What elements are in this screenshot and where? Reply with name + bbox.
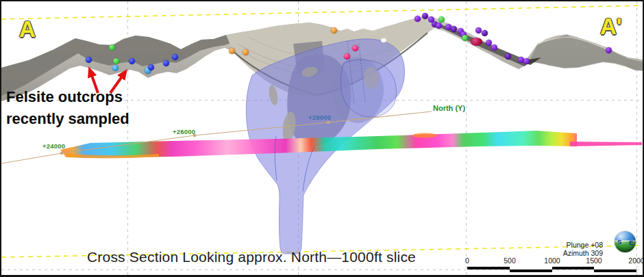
scale-tick-1000: 1000 <box>544 256 560 265</box>
view-orientation-info: Plunge +08 Azimuth 309 <box>529 241 603 257</box>
sample-point-green <box>109 44 115 51</box>
cross-section-figure: A A' Felsite outcrops recently sampled C… <box>0 0 644 277</box>
plunge-value: Plunge +08 <box>529 241 603 249</box>
sample-point-blue <box>163 60 169 66</box>
sample-point-orange <box>229 48 235 54</box>
sample-point-green <box>462 35 468 41</box>
sample-point-blue <box>172 54 178 60</box>
sample-point-violet <box>482 30 488 36</box>
sample-point-green <box>438 16 445 23</box>
axis-label-26000: +26000 <box>173 128 195 135</box>
viewport-3d-scene <box>1 1 644 277</box>
sample-point-pink <box>352 45 358 51</box>
axis-label-north-y: North (Y) <box>433 104 465 112</box>
sample-point-blue <box>129 58 135 64</box>
sample-point-purple <box>436 23 442 29</box>
scale-tick-2000: 2000 <box>628 256 644 265</box>
compass-globe-icon[interactable]: S E <box>615 231 636 252</box>
sample-point-green <box>113 58 119 64</box>
sample-point-violet <box>505 53 511 60</box>
felsite-annotation: Felsite outcrops recently sampled <box>6 86 129 130</box>
sample-point-violet <box>451 26 457 32</box>
sample-point-crimson <box>471 38 482 46</box>
sample-point-orange <box>331 27 337 34</box>
compass-east-letter: E <box>629 239 633 246</box>
section-label-a: A <box>19 16 36 42</box>
sample-point-purple <box>606 47 612 53</box>
sample-point-purple <box>486 40 492 46</box>
sample-point-purple <box>523 58 530 64</box>
scale-bar-segment <box>594 269 636 272</box>
sample-point-blue <box>86 57 92 63</box>
sample-point-cyan <box>112 65 119 71</box>
compass-south-letter: S <box>617 238 621 246</box>
scale-bar-segment <box>552 267 594 269</box>
felsite-annotation-line1: Felsite outcrops <box>6 86 129 108</box>
scale-bar-segment <box>467 267 510 269</box>
sample-point-pink <box>344 53 350 60</box>
scale-tick-0: 0 <box>465 256 469 265</box>
axis-label-28000: +28000 <box>308 114 331 121</box>
section-label-a-prime: A' <box>600 14 622 40</box>
sample-point-violet <box>422 13 428 19</box>
scale-bar-segment <box>510 269 552 272</box>
sample-point-purple <box>475 27 482 34</box>
axis-label-24000: +24000 <box>42 142 65 150</box>
figure-caption: Cross Section Looking approx. North—1000… <box>80 249 423 265</box>
sample-point-purple <box>491 44 497 51</box>
felsite-annotation-line2: recently sampled <box>6 108 129 130</box>
sample-point-orange <box>243 49 249 55</box>
sample-point-blue <box>148 64 154 70</box>
scale-tick-500: 500 <box>504 256 516 265</box>
scale-tick-1500: 1500 <box>586 256 602 265</box>
sample-point-purple <box>414 16 421 22</box>
surface-notch <box>381 38 386 42</box>
